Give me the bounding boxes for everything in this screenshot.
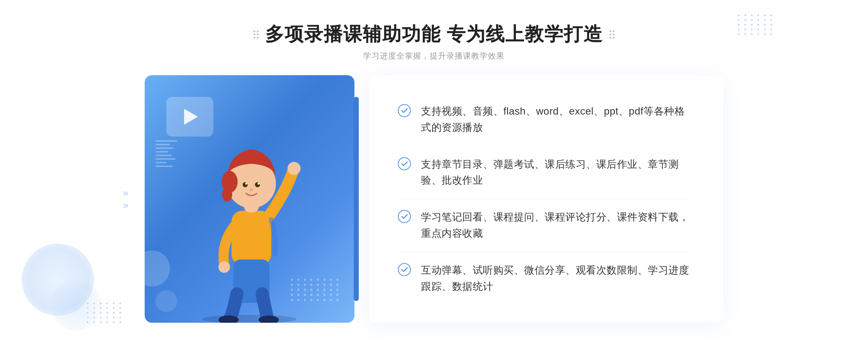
features-panel: 支持视频、音频、flash、word、excel、ppt、pdf等各种格式的资源… — [369, 75, 723, 323]
main-title: 多项录播课辅助功能 专为线上教学打造 — [265, 22, 603, 47]
svg-point-15 — [250, 188, 253, 191]
page-header: 多项录播课辅助功能 专为线上教学打造 学习进度全掌握，提升录播课教学效果 — [254, 22, 614, 61]
svg-point-17 — [398, 158, 410, 170]
feature-item-3: 学习笔记回看、课程提问、课程评论打分、课件资料下载，重点内容收藏 — [398, 199, 694, 252]
deco-circle-1 — [134, 250, 170, 287]
svg-point-10 — [222, 187, 232, 202]
feature-item-4: 互动弹幕、试听购买、微信分享、观看次数限制、学习进度跟踪、数据统计 — [398, 252, 694, 305]
feature-item-2: 支持章节目录、弹题考试、课后练习、课后作业、章节测验、批改作业 — [398, 146, 694, 199]
decorative-dots-right — [609, 30, 614, 39]
svg-point-16 — [398, 104, 410, 117]
feature-text-1: 支持视频、音频、flash、word、excel、ppt、pdf等各种格式的资源… — [421, 103, 694, 136]
check-icon-2 — [398, 157, 411, 170]
title-row: 多项录播课辅助功能 专为线上教学打造 — [254, 22, 614, 47]
illustration-panel: » » — [145, 75, 354, 323]
svg-point-18 — [398, 210, 410, 223]
check-icon-4 — [398, 263, 411, 276]
sub-title: 学习进度全掌握，提升录播课教学效果 — [254, 51, 614, 61]
person-illustration — [174, 113, 326, 323]
svg-point-2 — [288, 162, 301, 175]
content-area: » » 支持视频、音频、flash、word、excel、ppt、pdf等各种格… — [145, 75, 723, 323]
feature-text-2: 支持章节目录、弹题考试、课后练习、课后作业、章节测验、批改作业 — [421, 156, 694, 189]
left-chevrons: » » — [123, 188, 129, 210]
chevron-right-icon: » — [123, 188, 129, 198]
decorative-dots-left — [254, 30, 259, 39]
svg-point-0 — [203, 315, 297, 323]
feature-text-3: 学习笔记回看、课程提问、课程评论打分、课件资料下载，重点内容收藏 — [421, 209, 694, 242]
svg-point-3 — [218, 261, 230, 273]
page-wrapper: 多项录播课辅助功能 专为线上教学打造 学习进度全掌握，提升录播课教学效果 — [0, 0, 868, 352]
chevron-right-icon-2: » — [123, 200, 129, 210]
svg-point-14 — [258, 183, 260, 185]
svg-point-13 — [245, 183, 247, 185]
dot-grid-bottom-left — [87, 302, 123, 323]
feature-item-1: 支持视频、音频、flash、word、excel、ppt、pdf等各种格式的资源… — [398, 93, 694, 146]
check-icon-3 — [398, 210, 411, 223]
check-icon-1 — [398, 104, 411, 117]
svg-point-19 — [398, 263, 410, 276]
dot-grid-top-right — [738, 14, 774, 35]
feature-text-4: 互动弹幕、试听购买、微信分享、观看次数限制、学习进度跟踪、数据统计 — [421, 262, 694, 295]
